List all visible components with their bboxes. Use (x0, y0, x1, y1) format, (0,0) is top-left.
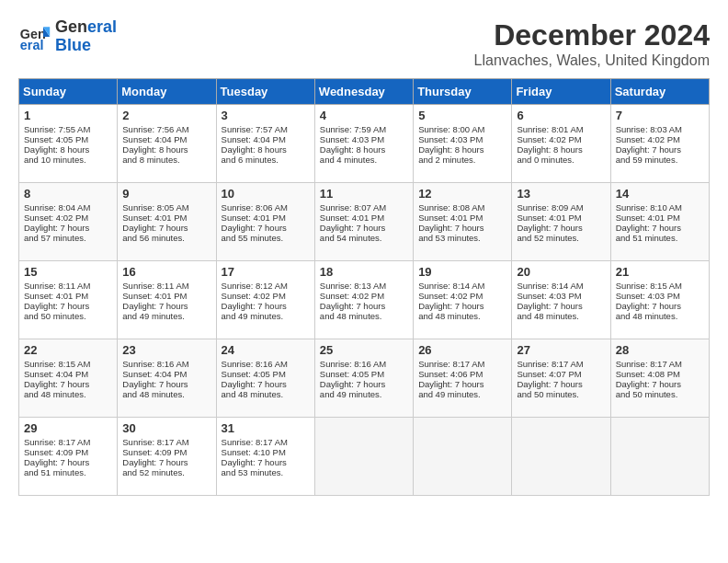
day-number: 22 (24, 343, 112, 357)
day-info-line: Sunrise: 8:17 AM (418, 359, 506, 369)
day-info-line: Sunrise: 8:03 AM (616, 124, 704, 134)
day-info-line: and 51 minutes. (616, 233, 704, 243)
svg-text:eral: eral (20, 38, 44, 52)
calendar-table: SundayMondayTuesdayWednesdayThursdayFrid… (18, 78, 710, 496)
title-block: December 2024 Llanvaches, Wales, United … (474, 18, 710, 69)
logo: Gen eral General Blue (18, 18, 117, 55)
day-number: 18 (320, 265, 408, 279)
day-info-line: Sunrise: 8:11 AM (24, 281, 112, 291)
day-number: 27 (517, 343, 605, 357)
day-number: 3 (222, 109, 310, 122)
day-info-line: Daylight: 7 hours (616, 223, 704, 233)
day-info-line: Sunset: 4:04 PM (122, 369, 210, 379)
calendar-week-row: 15Sunrise: 8:11 AMSunset: 4:01 PMDayligh… (19, 261, 710, 339)
day-info-line: and 53 minutes. (418, 233, 506, 243)
day-info-line: Sunset: 4:01 PM (517, 213, 605, 223)
calendar-day-cell (414, 418, 512, 496)
day-info-line: and 50 minutes. (24, 311, 112, 321)
day-info-line: Sunset: 4:04 PM (122, 134, 210, 144)
page-header: Gen eral General Blue December 2024 Llan… (18, 18, 710, 69)
day-number: 4 (320, 109, 408, 122)
day-info-line: Daylight: 8 hours (24, 144, 112, 155)
day-info-line: Sunset: 4:03 PM (418, 134, 506, 144)
day-info-line: Sunrise: 8:11 AM (122, 281, 210, 291)
day-info-line: Sunset: 4:05 PM (222, 369, 310, 379)
day-number: 23 (122, 343, 210, 357)
day-info-line: and 48 minutes. (616, 311, 704, 321)
day-info-line: Sunrise: 7:55 AM (24, 124, 112, 134)
day-info-line: Sunset: 4:04 PM (222, 134, 310, 144)
day-info-line: Daylight: 7 hours (616, 379, 704, 389)
day-info-line: Daylight: 8 hours (418, 144, 506, 155)
main-title: December 2024 (474, 18, 710, 52)
day-number: 12 (418, 187, 506, 201)
day-info-line: and 48 minutes. (320, 311, 408, 321)
calendar-day-cell: 4Sunrise: 7:59 AMSunset: 4:03 PMDaylight… (314, 105, 413, 183)
day-info-line: Sunset: 4:02 PM (222, 291, 310, 301)
day-info-line: Daylight: 7 hours (418, 223, 506, 233)
day-info-line: and 53 minutes. (222, 467, 310, 477)
weekday-header-cell: Saturday (610, 79, 709, 105)
day-info-line: Sunset: 4:01 PM (24, 291, 112, 301)
calendar-day-cell: 18Sunrise: 8:13 AMSunset: 4:02 PMDayligh… (314, 261, 413, 339)
day-info-line: and 54 minutes. (320, 233, 408, 243)
day-info-line: Sunrise: 8:17 AM (24, 437, 112, 447)
day-info-line: Sunset: 4:05 PM (24, 134, 112, 144)
day-info-line: Sunrise: 8:17 AM (517, 359, 605, 369)
calendar-day-cell: 29Sunrise: 8:17 AMSunset: 4:09 PMDayligh… (19, 418, 118, 496)
day-info-line: and 48 minutes. (517, 311, 605, 321)
day-info-line: Sunrise: 8:15 AM (616, 281, 704, 291)
calendar-day-cell: 8Sunrise: 8:04 AMSunset: 4:02 PMDaylight… (19, 183, 118, 261)
day-info-line: Daylight: 7 hours (24, 223, 112, 233)
day-info-line: Sunset: 4:05 PM (320, 369, 408, 379)
calendar-day-cell: 25Sunrise: 8:16 AMSunset: 4:05 PMDayligh… (314, 339, 413, 418)
calendar-day-cell: 14Sunrise: 8:10 AMSunset: 4:01 PMDayligh… (610, 183, 709, 261)
day-info-line: and 55 minutes. (222, 233, 310, 243)
day-number: 31 (222, 421, 310, 435)
day-info-line: and 8 minutes. (122, 155, 210, 165)
day-info-line: Sunrise: 8:14 AM (418, 281, 506, 291)
day-info-line: and 56 minutes. (122, 233, 210, 243)
day-info-line: Daylight: 7 hours (222, 379, 310, 389)
day-info-line: Sunrise: 8:10 AM (616, 202, 704, 213)
day-info-line: Daylight: 7 hours (122, 223, 210, 233)
day-info-line: Daylight: 7 hours (517, 379, 605, 389)
day-info-line: Sunset: 4:09 PM (24, 447, 112, 457)
day-info-line: Daylight: 7 hours (122, 379, 210, 389)
day-info-line: and 2 minutes. (418, 155, 506, 165)
weekday-header-cell: Wednesday (314, 79, 413, 105)
calendar-day-cell: 26Sunrise: 8:17 AMSunset: 4:06 PMDayligh… (414, 339, 512, 418)
day-number: 10 (222, 187, 310, 201)
day-info-line: Sunset: 4:02 PM (320, 291, 408, 301)
day-info-line: and 57 minutes. (24, 233, 112, 243)
day-info-line: and 49 minutes. (222, 311, 310, 321)
day-info-line: Sunrise: 8:17 AM (616, 359, 704, 369)
calendar-day-cell: 2Sunrise: 7:56 AMSunset: 4:04 PMDaylight… (118, 105, 216, 183)
day-info-line: Sunrise: 8:12 AM (222, 281, 310, 291)
day-info-line: Sunrise: 8:08 AM (418, 202, 506, 213)
day-info-line: Daylight: 7 hours (222, 223, 310, 233)
day-info-line: Sunset: 4:02 PM (24, 213, 112, 223)
day-info-line: Sunset: 4:01 PM (122, 213, 210, 223)
calendar-week-row: 1Sunrise: 7:55 AMSunset: 4:05 PMDaylight… (19, 105, 710, 183)
calendar-week-row: 29Sunrise: 8:17 AMSunset: 4:09 PMDayligh… (19, 418, 710, 496)
day-info-line: and 50 minutes. (616, 389, 704, 399)
day-info-line: Sunrise: 7:56 AM (122, 124, 210, 134)
day-info-line: and 52 minutes. (517, 233, 605, 243)
day-info-line: Sunset: 4:04 PM (24, 369, 112, 379)
calendar-body: 1Sunrise: 7:55 AMSunset: 4:05 PMDaylight… (19, 105, 710, 496)
day-info-line: and 6 minutes. (222, 155, 310, 165)
day-info-line: Sunset: 4:01 PM (320, 213, 408, 223)
day-info-line: Sunrise: 8:17 AM (122, 437, 210, 447)
day-number: 7 (616, 109, 704, 122)
day-info-line: Sunset: 4:08 PM (616, 369, 704, 379)
day-info-line: Sunrise: 8:07 AM (320, 202, 408, 213)
day-number: 29 (24, 421, 112, 435)
day-info-line: Daylight: 7 hours (320, 223, 408, 233)
day-info-line: Sunrise: 8:16 AM (122, 359, 210, 369)
day-info-line: Sunset: 4:09 PM (122, 447, 210, 457)
day-info-line: Sunrise: 8:17 AM (222, 437, 310, 447)
calendar-day-cell: 15Sunrise: 8:11 AMSunset: 4:01 PMDayligh… (19, 261, 118, 339)
day-info-line: and 52 minutes. (122, 467, 210, 477)
day-info-line: and 59 minutes. (616, 155, 704, 165)
